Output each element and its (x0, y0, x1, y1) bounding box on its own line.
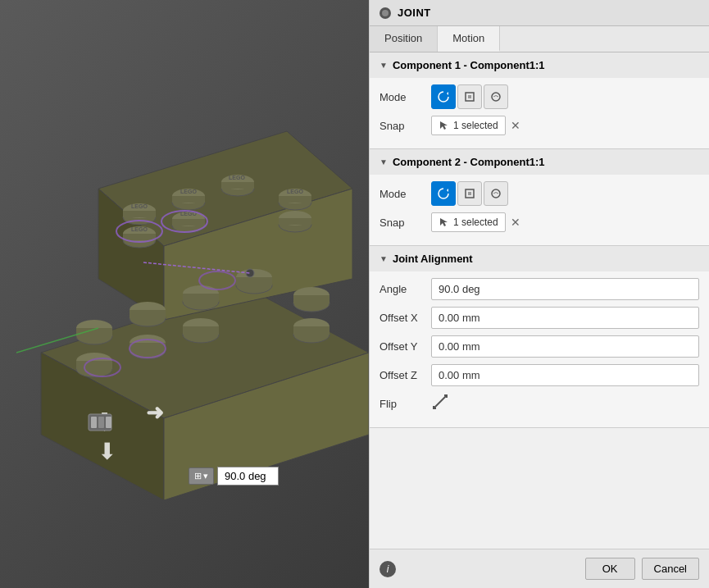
ok-button[interactable]: OK (585, 558, 635, 580)
svg-rect-32 (293, 326, 330, 335)
svg-rect-76 (468, 95, 471, 98)
tab-motion[interactable]: Motion (438, 26, 500, 52)
cancel-button[interactable]: Cancel (642, 558, 699, 580)
svg-rect-53 (279, 218, 311, 225)
component2-arrow-icon: ▼ (379, 157, 388, 166)
component1-mode-custom[interactable] (484, 84, 508, 109)
svg-rect-73 (98, 417, 104, 428)
component2-snap-selector: 1 selected ✕ (431, 212, 524, 232)
svg-text:LEGO: LEGO (131, 226, 148, 232)
component1-snap-clear[interactable]: ✕ (507, 117, 524, 134)
offset-z-input[interactable] (431, 364, 699, 386)
joint-alignment-header: ▼ Joint Alignment (370, 246, 709, 271)
header-dot (382, 10, 389, 16)
component1-content: Mode (370, 78, 709, 148)
offset-x-label: Offset X (379, 312, 425, 324)
tab-position[interactable]: Position (370, 26, 438, 52)
lego-scene: LEGO LEGO LEGO LEGO LEGO LEGO ⬇ ➜ ⬇ (16, 41, 369, 517)
component1-header: ▼ Component 1 - Component1:1 (370, 52, 709, 78)
component2-snap-button[interactable]: 1 selected (431, 212, 506, 232)
component2-mode-row: Mode (379, 181, 699, 206)
svg-text:LEGO: LEGO (229, 175, 245, 180)
component1-snap-row: Snap 1 selected ✕ (379, 116, 699, 135)
offset-z-label: Offset Z (379, 369, 425, 381)
svg-text:LEGO: LEGO (287, 189, 303, 194)
joint-panel: JOINT Position Motion ▼ Component 1 - Co… (369, 0, 709, 588)
angle-type-button[interactable]: ⊞ ▾ (189, 467, 214, 485)
cursor-icon (439, 120, 450, 131)
angle-label: Angle (379, 283, 425, 295)
offset-y-label: Offset Y (379, 340, 425, 353)
component1-mode-buttons (431, 84, 508, 109)
svg-rect-20 (293, 295, 330, 303)
joint-alignment-arrow-icon: ▼ (379, 254, 388, 263)
svg-rect-29 (183, 326, 219, 335)
component2-mode-translate[interactable] (457, 181, 482, 206)
component2-mode-rotate[interactable] (431, 181, 456, 206)
joint-alignment-section: ▼ Joint Alignment Angle Offset X Offset … (370, 246, 709, 428)
joint-alignment-content: Angle Offset X Offset Y Offset Z Flip (370, 271, 709, 427)
custom-mode-icon-2 (489, 187, 502, 200)
info-button[interactable]: i (379, 561, 396, 577)
component1-mode-label: Mode (379, 91, 425, 103)
component1-snap-selector: 1 selected ✕ (431, 116, 524, 135)
translate-icon (463, 90, 476, 103)
tab-bar: Position Motion (370, 26, 709, 52)
component1-mode-row: Mode (379, 84, 699, 109)
svg-point-80 (492, 189, 500, 198)
offset-y-row: Offset Y (379, 335, 699, 358)
svg-rect-35 (123, 211, 156, 217)
svg-rect-44 (279, 196, 311, 203)
svg-rect-23 (76, 361, 112, 369)
component2-snap-value: 1 selected (453, 217, 498, 228)
svg-rect-41 (221, 182, 254, 189)
svg-text:LEGO: LEGO (180, 189, 197, 194)
svg-rect-74 (106, 417, 111, 428)
translate-icon-2 (463, 187, 476, 200)
component2-mode-label: Mode (379, 188, 425, 200)
component2-section: ▼ Component 2 - Component1:1 Mode (370, 149, 709, 246)
svg-line-81 (434, 395, 447, 408)
svg-text:LEGO: LEGO (131, 203, 148, 209)
flip-label: Flip (379, 398, 425, 410)
svg-text:➜: ➜ (146, 400, 164, 425)
component1-snap-label: Snap (379, 120, 425, 132)
component2-snap-clear[interactable]: ✕ (507, 214, 524, 230)
component1-snap-button[interactable]: 1 selected (431, 116, 506, 135)
component2-snap-row: Snap 1 selected ✕ (379, 212, 699, 232)
joint-alignment-label: Joint Alignment (393, 253, 473, 265)
cursor-icon-2 (439, 217, 450, 228)
component1-mode-rotate[interactable] (431, 84, 456, 109)
svg-rect-47 (123, 234, 156, 240)
component2-content: Mode (370, 175, 709, 245)
svg-rect-72 (91, 417, 97, 428)
bottom-toolbar: ⊞ ▾ 90.0 deg (189, 467, 279, 485)
offset-z-row: Offset Z (379, 364, 699, 386)
svg-rect-79 (468, 192, 471, 195)
svg-rect-14 (183, 294, 219, 302)
offset-y-input[interactable] (431, 335, 699, 358)
footer-buttons: OK Cancel (585, 558, 699, 580)
component2-mode-custom[interactable] (484, 181, 508, 206)
angle-value[interactable]: 90.0 deg (217, 467, 279, 485)
svg-rect-38 (172, 196, 205, 203)
panel-header: JOINT (370, 0, 709, 26)
component1-mode-translate[interactable] (457, 84, 482, 109)
svg-rect-50 (172, 219, 205, 226)
angle-icon: ⊞ (194, 471, 202, 481)
component1-arrow-icon: ▼ (379, 61, 388, 70)
offset-x-input[interactable] (431, 307, 699, 329)
panel-title: JOINT (398, 7, 431, 19)
joint-header-icon (379, 7, 391, 19)
flip-icon-svg (431, 393, 449, 411)
dropdown-arrow-icon: ▾ (203, 471, 208, 481)
angle-input[interactable] (431, 278, 699, 300)
component2-snap-label: Snap (379, 217, 425, 229)
3d-viewport[interactable]: LEGO LEGO LEGO LEGO LEGO LEGO ⬇ ➜ ⬇ ⊞ ▾ (0, 0, 369, 588)
flip-button[interactable] (431, 393, 449, 414)
custom-mode-icon (489, 90, 502, 103)
component1-snap-value: 1 selected (453, 120, 498, 131)
offset-x-row: Offset X (379, 307, 699, 329)
rotate-icon (437, 90, 450, 103)
flip-row: Flip (379, 393, 699, 414)
